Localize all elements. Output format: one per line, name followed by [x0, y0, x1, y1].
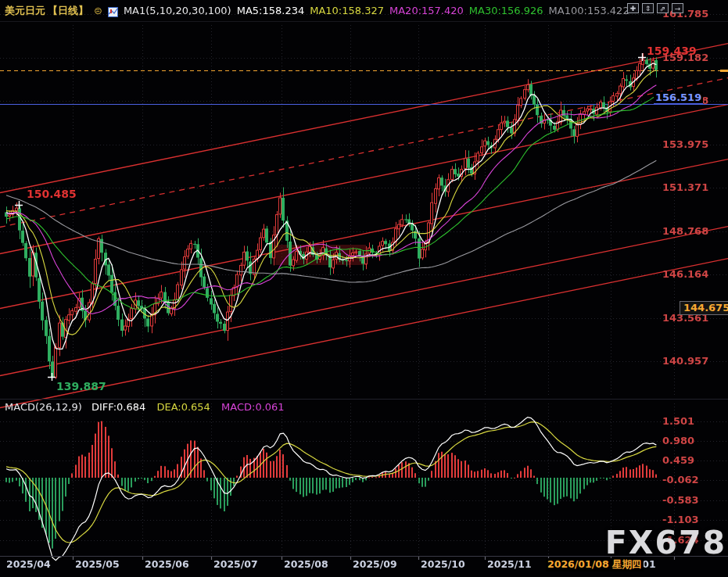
auto-scale-icon[interactable]: ⇕	[642, 3, 654, 13]
alert-price-label[interactable]: 156.519	[654, 91, 703, 105]
macd-tick-label: -0.583	[662, 494, 699, 506]
chart-window: 美元日元 【日线】 ⊜ MA1(5,10,20,30,100) MA5:158.…	[0, 0, 728, 577]
price-tick-label: 148.768	[662, 225, 708, 237]
price-tick-label: 140.957	[662, 355, 708, 367]
ma5-value: MA5:158.234	[237, 5, 305, 16]
crosshair-price-label: 144.675	[680, 301, 728, 315]
price-tick-label: 146.164	[662, 268, 708, 280]
ma100-value: MA100:153.422	[549, 5, 629, 16]
time-tick-label: 2025/11	[487, 558, 532, 570]
price-marker-label: 150.485	[27, 188, 77, 200]
time-tick-label: 2025/07	[213, 558, 258, 570]
scale-forward-icon[interactable]: ⇗	[657, 3, 669, 13]
price-marker-label: 139.887	[56, 380, 106, 392]
macd-header: MACD(26,12,9) DIFF:0.684 DEA:0.654 MACD:…	[5, 401, 285, 413]
move-tool-icon[interactable]: ✚	[627, 3, 639, 13]
time-tick-label: 2025/08	[284, 558, 328, 570]
symbol-name: 美元日元	[5, 4, 45, 18]
ma-settings-label[interactable]: MA1(5,10,20,30,100)	[124, 5, 231, 16]
collapse-panel-icon[interactable]: →	[672, 3, 683, 13]
macd-tick-label: -0.062	[662, 474, 699, 486]
header-bar: 美元日元 【日线】 ⊜ MA1(5,10,20,30,100) MA5:158.…	[0, 0, 728, 22]
macd-diff-value: DIFF:0.684	[91, 401, 145, 413]
period-label[interactable]: 【日线】	[48, 4, 88, 18]
ma20-value: MA20:157.420	[389, 5, 464, 16]
time-tick-label: 2025/04	[6, 558, 51, 570]
fx678-watermark: FX678	[605, 524, 726, 561]
price-tick-label: 151.371	[662, 181, 708, 193]
macd-tick-label: 1.501	[662, 415, 694, 427]
time-tick-label: 2025/06	[145, 558, 189, 570]
time-tick-label: 2025/10	[421, 558, 465, 570]
kline-chart-icon[interactable]	[108, 5, 118, 16]
settings-circle-icon[interactable]: ⊜	[94, 5, 102, 16]
price-macd-chart-canvas[interactable]	[0, 0, 728, 577]
macd-title[interactable]: MACD(26,12,9)	[5, 401, 82, 413]
chart-toolbar: ✚ ⇕ ⇗ →	[627, 3, 683, 13]
price-tick-label: 153.975	[662, 138, 708, 150]
ma10-value: MA10:158.327	[310, 5, 384, 16]
macd-value: MACD:0.061	[221, 401, 285, 413]
price-marker-label: 159.439	[647, 45, 697, 57]
macd-tick-label: 0.459	[662, 454, 694, 466]
time-tick-label: 2025/05	[75, 558, 120, 570]
time-tick-label: 2025/09	[353, 558, 397, 570]
macd-dea-value: DEA:0.654	[156, 401, 210, 413]
macd-tick-label: 0.980	[662, 435, 694, 446]
ma30-value: MA30:156.926	[469, 5, 543, 16]
